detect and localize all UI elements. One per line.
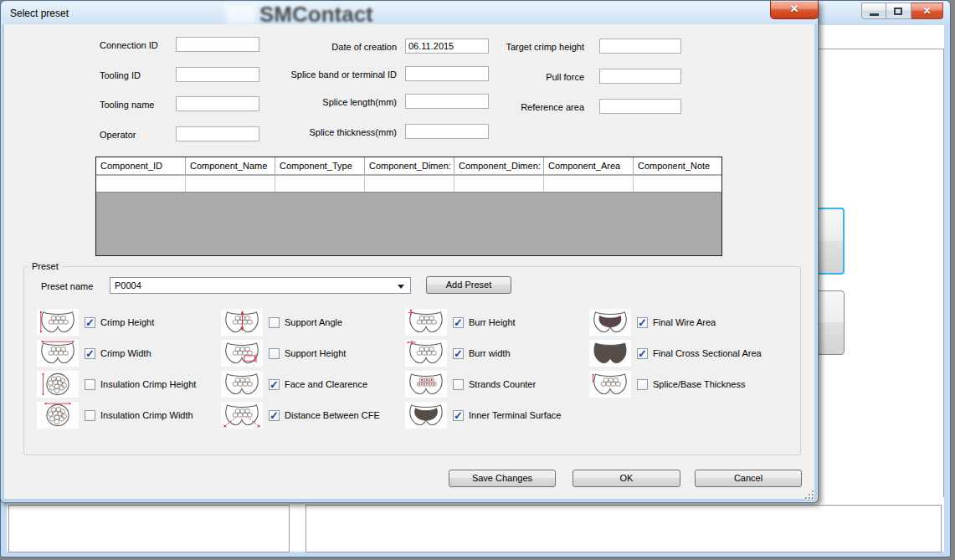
measurement-label: Final Wire Area [653, 317, 716, 327]
inner-terminal-surface-icon [405, 402, 447, 429]
insulation-crimp-width-icon [37, 402, 79, 429]
column-header[interactable]: Component_Note [634, 157, 721, 174]
table-cell[interactable] [186, 176, 275, 192]
field-input[interactable] [599, 69, 681, 84]
column-header[interactable]: Component_Area [544, 157, 634, 174]
resize-grip[interactable] [804, 490, 814, 500]
measurement-item: Distance Between CFE [221, 402, 401, 429]
final-cross-sectional-area-icon [589, 340, 631, 367]
table-empty-row [96, 176, 721, 193]
field-label: Target crimp height [424, 41, 584, 53]
insulation-crimp-width-checkbox[interactable] [85, 410, 95, 421]
measurement-label: Burr width [469, 348, 511, 358]
strands-counter-icon [405, 371, 447, 398]
table-cell[interactable] [544, 176, 634, 192]
splice-base-thickness-icon [589, 371, 631, 398]
save-changes-button[interactable]: Save Changes [449, 470, 556, 487]
field-label: Splice thickness(mm) [229, 126, 397, 138]
measurement-item: Crimp Width [37, 340, 217, 367]
cancel-button[interactable]: Cancel [695, 470, 802, 487]
distance-between-cfe-icon [221, 402, 263, 429]
crimp-height-checkbox[interactable] [85, 317, 95, 328]
measurement-label: Final Cross Sectional Area [653, 348, 762, 358]
measurement-label: Insulation Crimp Height [100, 379, 196, 389]
field-input[interactable] [599, 39, 681, 54]
distance-between-cfe-checkbox[interactable] [269, 410, 280, 421]
ok-button[interactable]: OK [572, 470, 680, 487]
support-angle-checkbox[interactable] [269, 317, 280, 328]
burr-width-icon [405, 340, 447, 367]
inner-terminal-surface-checkbox[interactable] [453, 410, 464, 421]
preset-group-label: Preset [28, 261, 62, 271]
maximize-icon [894, 8, 902, 15]
measurement-item: Burr Height [405, 309, 585, 337]
field-label: Tooling ID [100, 69, 173, 81]
field-input[interactable] [405, 124, 489, 139]
preset-name-combobox[interactable]: P0004 [110, 277, 411, 294]
measurement-item: Support Angle [221, 309, 401, 337]
measurement-item: Final Cross Sectional Area [589, 340, 769, 367]
measurement-item: Strands Counter [405, 371, 585, 398]
measurement-label: Crimp Width [100, 348, 151, 358]
crimp-width-checkbox[interactable] [85, 348, 95, 359]
component-table[interactable]: Component_IDComponent_NameComponent_Type… [95, 157, 722, 256]
support-height-checkbox[interactable] [269, 348, 280, 359]
chevron-down-icon [398, 285, 404, 289]
dialog-titlebar[interactable]: SMContact Select preset [2, 2, 817, 24]
field-label: Splice length(mm) [229, 96, 397, 108]
measurement-label: Distance Between CFE [285, 410, 380, 420]
add-preset-button[interactable]: Add Preset [426, 276, 511, 294]
face-and-clearence-checkbox[interactable] [269, 379, 280, 390]
insulation-crimp-height-checkbox[interactable] [85, 379, 95, 390]
select-preset-dialog: SMContact Select preset ✕ Connection IDT… [0, 0, 819, 503]
content-panel-right-border [943, 49, 944, 497]
column-header[interactable]: Component_Name [186, 157, 275, 174]
measurement-item: Crimp Height [37, 309, 217, 337]
measurement-item: Insulation Crimp Width [37, 402, 217, 429]
face-and-clearence-icon [221, 371, 263, 398]
insulation-crimp-height-icon [37, 371, 79, 398]
table-cell[interactable] [96, 176, 186, 192]
preset-name-label: Preset name [41, 280, 93, 292]
final-wire-area-icon [589, 309, 631, 336]
table-cell[interactable] [365, 176, 454, 192]
measurement-label: Support Angle [285, 317, 342, 327]
measurement-item: Final Wire Area [589, 309, 769, 337]
column-header[interactable]: Component_Dimen: [365, 157, 454, 174]
support-angle-icon [221, 309, 263, 336]
strands-counter-checkbox[interactable] [453, 379, 464, 390]
burr-width-checkbox[interactable] [453, 348, 464, 359]
burr-height-icon [405, 309, 447, 336]
measurement-item: Support Height [221, 340, 401, 367]
dialog-close-button[interactable]: ✕ [770, 1, 819, 19]
field-label: Connection ID [100, 39, 173, 51]
final-wire-area-checkbox[interactable] [637, 317, 648, 328]
final-cross-sectional-area-checkbox[interactable] [637, 348, 648, 359]
burr-height-checkbox[interactable] [453, 317, 464, 328]
field-input[interactable] [599, 99, 681, 114]
measurement-label: Splice/Base Thickness [653, 379, 745, 389]
close-icon: ✕ [922, 5, 931, 17]
measurement-label: Support Height [285, 348, 346, 358]
column-header[interactable]: Component_Dimen: [454, 157, 544, 174]
field-label: Tooling name [100, 99, 173, 110]
maximize-button[interactable] [886, 3, 911, 19]
column-header[interactable]: Component_ID [96, 157, 186, 174]
close-button[interactable]: ✕ [911, 3, 943, 19]
measurement-item: Burr width [405, 340, 585, 367]
table-cell[interactable] [634, 176, 721, 192]
field-label: Splice band or terminal ID [229, 69, 397, 80]
field-label: Date of creation [229, 41, 397, 53]
table-cell[interactable] [454, 176, 544, 192]
preset-selected-value: P0004 [115, 280, 141, 290]
measurement-item: Splice/Base Thickness [589, 371, 769, 398]
window-controls: ✕ [861, 3, 943, 19]
table-cell[interactable] [275, 176, 365, 192]
measurement-item: Inner Terminal Surface [405, 402, 585, 429]
minimize-button[interactable] [861, 3, 886, 19]
bottom-right-panel [305, 505, 942, 552]
column-header[interactable]: Component_Type [275, 157, 365, 174]
support-height-icon [221, 340, 263, 367]
dialog-close-icon: ✕ [790, 3, 799, 15]
splice-base-thickness-checkbox[interactable] [637, 379, 648, 390]
